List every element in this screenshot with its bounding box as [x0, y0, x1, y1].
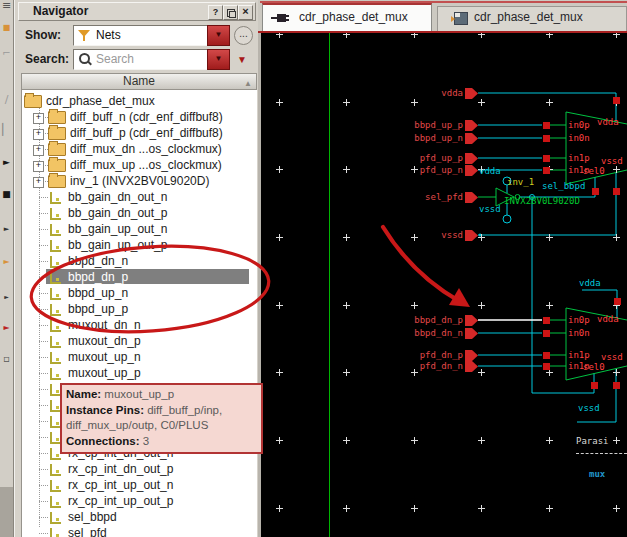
net-icon	[50, 368, 61, 380]
tree-row-diff_mux_dn ...os_clockmux)[interactable]: +diff_mux_dn ...os_clockmux)	[22, 141, 257, 157]
tree-row-bbpd_dn_p[interactable]: bbpd_dn_p	[22, 269, 257, 285]
connection-square	[543, 363, 550, 370]
tree-row-bbpd_dn_n[interactable]: bbpd_dn_n	[22, 253, 257, 269]
connection-square	[614, 298, 621, 305]
mux-upper-pin-in0n: in0n	[568, 134, 590, 143]
net-icon	[50, 464, 61, 476]
tree-row-bb_gain_up_out_p[interactable]: bb_gain_up_out_p	[22, 237, 257, 253]
pin-label-sel_pfd: sel_pfd	[401, 193, 463, 202]
tree-row-sel_bbpd[interactable]: sel_bbpd	[22, 509, 257, 525]
search-icon	[79, 53, 90, 64]
grid-cross	[343, 166, 350, 173]
net-icon	[50, 192, 61, 204]
schematic-plug-icon	[277, 14, 286, 22]
connection-square	[592, 188, 599, 195]
tree-row-bbpd_up_n[interactable]: bbpd_up_n	[22, 285, 257, 301]
tree-row-bbpd_up_p[interactable]: bbpd_up_p	[22, 301, 257, 317]
tree[interactable]: cdr_phase_det_mux+diff_buff_n (cdr_enf_d…	[21, 89, 257, 537]
marker-orange-icon[interactable]: ■	[0, 24, 13, 32]
grid-cross	[478, 505, 485, 512]
expand-icon[interactable]: +	[33, 145, 44, 156]
navigator-titlebar[interactable]: Navigator ? ×	[18, 2, 256, 21]
float-button[interactable]	[223, 5, 238, 20]
tree-row-muxout_up_n[interactable]: muxout_up_n	[22, 349, 257, 365]
net-icon	[50, 304, 61, 316]
net-label-mux-partial: mux	[589, 470, 605, 479]
grid-cross	[546, 302, 553, 309]
grid-cross	[343, 234, 350, 241]
close-button[interactable]: ×	[238, 5, 253, 20]
tree-row-diff_buff_n (cdr_enf_diffbuf8)[interactable]: +diff_buff_n (cdr_enf_diffbuf8)	[22, 109, 257, 125]
grid-cross	[546, 99, 553, 106]
tree-row-label: bbpd_up_n	[68, 286, 128, 300]
inverter-vdd-label: vdda	[479, 167, 501, 176]
mux-lower-vssd-label: vssd	[601, 353, 623, 362]
show-combobox[interactable]: Nets	[73, 25, 209, 46]
connection-square	[591, 382, 598, 389]
connection-square	[543, 155, 550, 162]
tab-schematic-active[interactable]: cdr_phase_det_mux	[262, 3, 432, 33]
filter-icon	[78, 30, 90, 37]
tree-row-bb_gain_dn_out_p[interactable]: bb_gain_dn_out_p	[22, 205, 257, 221]
arrow-red-icon[interactable]: ►	[0, 324, 13, 332]
connection-square	[613, 382, 620, 389]
tree-row-sel_pfd[interactable]: sel_pfd	[22, 525, 257, 537]
search-options-caret[interactable]: ▼	[237, 54, 247, 65]
net-icon	[50, 224, 61, 236]
pin-label-pfd_up_p: pfd_up_p	[401, 154, 463, 163]
arrow-small-icon[interactable]: ►	[0, 226, 13, 233]
tree-row-muxout_up_p[interactable]: muxout_up_p	[22, 365, 257, 381]
show-value: Nets	[96, 28, 121, 42]
help-button[interactable]: ?	[208, 5, 223, 20]
tree-row-label: muxout_dn_n	[68, 318, 141, 332]
net-icon	[50, 208, 61, 220]
arrow-tiny-icon[interactable]: ►	[0, 294, 13, 300]
tree-row-diff_buff_p (cdr_enf_diffbuf8)[interactable]: +diff_buff_p (cdr_enf_diffbuf8)	[22, 125, 257, 141]
more-options-button[interactable]: ...	[234, 26, 253, 45]
tree-row-label: bb_gain_dn_out_p	[68, 206, 167, 220]
play-icon[interactable]: ►	[0, 158, 13, 167]
tree-row-rx_cp_int_dn_out_p[interactable]: rx_cp_int_dn_out_p	[22, 461, 257, 477]
grid-cross	[276, 234, 283, 241]
tree-row-label: muxout_up_p	[68, 366, 141, 380]
show-row: Show: Nets ▼ ...	[15, 25, 259, 45]
tree-row-label: rx_cp_int_dn_out_p	[68, 462, 173, 476]
connection-square	[543, 330, 550, 337]
grid-cross	[478, 369, 485, 376]
tree-row-bb_gain_up_out_n[interactable]: bb_gain_up_out_n	[22, 221, 257, 237]
selection-box-icon[interactable]: ▫	[0, 354, 13, 364]
folder-icon	[48, 143, 66, 156]
inverter-cell-label: INVX2BV0L9020D	[504, 197, 580, 206]
tab-schematic-inactive[interactable]: cdr_phase_det_mux	[437, 6, 627, 32]
pencil-icon[interactable]: ∕	[0, 94, 13, 105]
grid-cross	[276, 505, 283, 512]
tree-row-rx_cp_int_up_out_p[interactable]: rx_cp_int_up_out_p	[22, 493, 257, 509]
tree-row-rx_cp_int_up_out_n[interactable]: rx_cp_int_up_out_n	[22, 477, 257, 493]
show-dropdown-button[interactable]: ▼	[207, 25, 230, 46]
search-input[interactable]: Search	[73, 49, 209, 70]
tree-row-bb_gain_dn_out_n[interactable]: bb_gain_dn_out_n	[22, 189, 257, 205]
menu-grip-icon[interactable]: ≡	[0, 0, 13, 11]
hook-icon[interactable]: ⌐	[0, 48, 13, 58]
tooltip-connections-label: Connections:	[66, 435, 139, 447]
tree-row-label: diff_mux_up ...os_clockmux)	[70, 158, 222, 172]
tree-row-muxout_dn_p[interactable]: muxout_dn_p	[22, 333, 257, 349]
grid-cross	[613, 437, 620, 444]
separator-icon[interactable]: ▏	[0, 124, 13, 135]
schematic-geometry	[261, 33, 627, 537]
mux-lower-sel-label: sel0	[583, 363, 605, 372]
tree-row-inv_1 (INVX2BV0L9020D)[interactable]: +inv_1 (INVX2BV0L9020D)	[22, 173, 257, 189]
tree-row-muxout_dn_n[interactable]: muxout_dn_n	[22, 317, 257, 333]
expand-icon[interactable]: +	[33, 161, 44, 172]
arrow-orange-icon[interactable]: ►	[0, 258, 13, 266]
tree-row-label: bbpd_dn_n	[68, 254, 128, 268]
tree-row-diff_mux_up ...os_clockmux)[interactable]: +diff_mux_up ...os_clockmux)	[22, 157, 257, 173]
stop-icon[interactable]: ■	[0, 190, 13, 199]
expand-icon[interactable]: +	[33, 129, 44, 140]
schematic-canvas[interactable]: vddabbpd_up_pbbpd_up_npfd_up_ppfd_up_nse…	[261, 33, 627, 537]
expand-icon[interactable]: +	[33, 177, 44, 188]
toolbar-scroll-block	[0, 487, 13, 537]
expand-icon[interactable]: +	[33, 113, 44, 124]
search-dropdown-button[interactable]: ▼	[207, 49, 230, 70]
tree-row-cdr_phase_det_mux[interactable]: cdr_phase_det_mux	[22, 93, 257, 109]
